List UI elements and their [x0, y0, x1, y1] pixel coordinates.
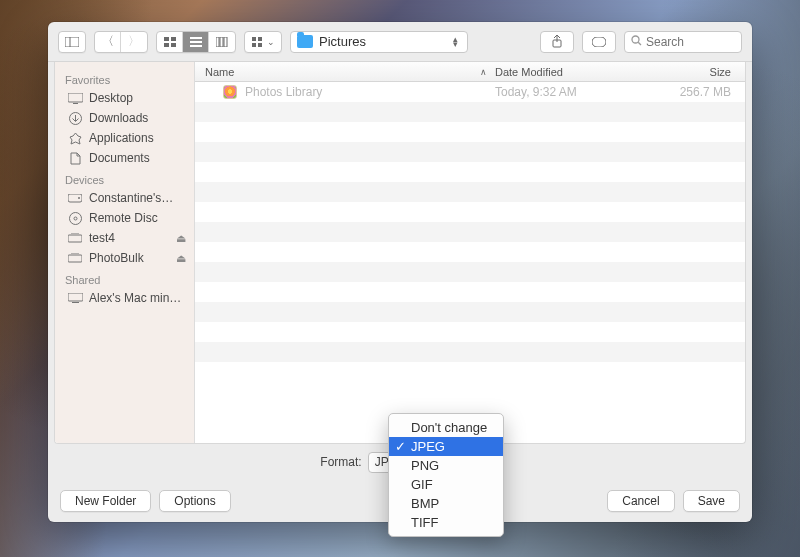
sidebar-item-alex-mac[interactable]: Alex's Mac min…	[55, 288, 194, 308]
svg-rect-0	[65, 37, 79, 47]
file-list: Name∧ Date Modified Size Photos Library …	[195, 62, 745, 443]
documents-icon	[67, 151, 83, 165]
format-label: Format:	[320, 455, 361, 469]
sidebar-header-shared: Shared	[55, 268, 194, 288]
eject-icon[interactable]: ⏏	[176, 232, 186, 245]
svg-rect-31	[68, 255, 82, 262]
view-icons-button[interactable]	[157, 32, 183, 52]
ext-drive-icon	[67, 231, 83, 245]
svg-line-20	[638, 42, 641, 45]
svg-rect-13	[258, 37, 262, 41]
rows-container: Photos Library Today, 9:32 AM 256.7 MB	[195, 82, 745, 443]
menu-item-tiff[interactable]: TIFF	[389, 513, 503, 532]
sidebar-item-documents[interactable]: Documents	[55, 148, 194, 168]
svg-rect-11	[224, 37, 227, 47]
column-size[interactable]: Size	[645, 66, 745, 78]
sidebar-item-applications[interactable]: Applications	[55, 128, 194, 148]
svg-point-26	[78, 197, 80, 199]
table-row[interactable]: Photos Library Today, 9:32 AM 256.7 MB	[195, 82, 745, 102]
content-area: Favorites Desktop Downloads Applications…	[54, 62, 746, 444]
svg-rect-9	[216, 37, 219, 47]
svg-rect-15	[258, 43, 262, 47]
svg-rect-14	[252, 43, 256, 47]
menu-item-jpeg[interactable]: ✓JPEG	[389, 437, 503, 456]
sidebar-item-desktop[interactable]: Desktop	[55, 88, 194, 108]
nav-back-button[interactable]: 〈	[95, 32, 121, 52]
svg-rect-4	[164, 43, 169, 47]
svg-point-27	[69, 212, 81, 224]
desktop-icon	[67, 91, 83, 105]
view-mode-segment[interactable]	[156, 31, 236, 53]
sidebar-item-remote-disc[interactable]: Remote Disc	[55, 208, 194, 228]
network-icon	[67, 291, 83, 305]
save-button[interactable]: Save	[683, 490, 740, 512]
drive-icon	[67, 191, 83, 205]
svg-point-28	[74, 217, 77, 220]
disc-icon	[67, 211, 83, 225]
svg-rect-18	[592, 37, 606, 47]
toolbar: 〈 〉 ⌄ Pictures ▴▾	[48, 22, 752, 62]
menu-item-gif[interactable]: GIF	[389, 475, 503, 494]
tags-button[interactable]	[582, 31, 616, 53]
svg-rect-33	[68, 293, 83, 301]
column-headers[interactable]: Name∧ Date Modified Size	[195, 62, 745, 82]
sidebar-item-downloads[interactable]: Downloads	[55, 108, 194, 128]
sidebar: Favorites Desktop Downloads Applications…	[55, 62, 195, 443]
sidebar-item-test4[interactable]: test4⏏	[55, 228, 194, 248]
svg-rect-3	[171, 37, 176, 41]
folder-icon	[297, 35, 313, 48]
new-folder-button[interactable]: New Folder	[60, 490, 151, 512]
format-menu[interactable]: Don't change ✓JPEG PNG GIF BMP TIFF	[388, 413, 504, 537]
nav-back-forward[interactable]: 〈 〉	[94, 31, 148, 53]
downloads-icon	[67, 111, 83, 125]
stepper-icon: ▴▾	[449, 37, 461, 47]
sidebar-header-devices: Devices	[55, 168, 194, 188]
svg-rect-10	[220, 37, 223, 47]
column-name[interactable]: Name∧	[195, 66, 495, 78]
svg-rect-21	[68, 93, 83, 102]
cancel-button[interactable]: Cancel	[607, 490, 674, 512]
share-button[interactable]	[540, 31, 574, 53]
menu-item-png[interactable]: PNG	[389, 456, 503, 475]
options-button[interactable]: Options	[159, 490, 230, 512]
sort-indicator-icon: ∧	[480, 67, 487, 77]
location-label: Pictures	[319, 34, 366, 49]
menu-item-bmp[interactable]: BMP	[389, 494, 503, 513]
svg-rect-12	[252, 37, 256, 41]
svg-rect-5	[171, 43, 176, 47]
nav-forward-button[interactable]: 〉	[121, 32, 147, 52]
column-modified[interactable]: Date Modified	[495, 66, 645, 78]
group-by-menu[interactable]: ⌄	[244, 31, 282, 53]
sidebar-item-constantine[interactable]: Constantine's…	[55, 188, 194, 208]
eject-icon[interactable]: ⏏	[176, 252, 186, 265]
search-field[interactable]	[624, 31, 742, 53]
applications-icon	[67, 131, 83, 145]
check-icon: ✓	[395, 439, 406, 454]
view-columns-button[interactable]	[209, 32, 235, 52]
photos-library-icon	[223, 85, 237, 99]
svg-rect-2	[164, 37, 169, 41]
save-sheet: 〈 〉 ⌄ Pictures ▴▾	[48, 22, 752, 522]
search-icon	[631, 34, 642, 49]
svg-point-19	[632, 36, 639, 43]
sidebar-item-photobulk[interactable]: PhotoBulk⏏	[55, 248, 194, 268]
menu-item-dontchange[interactable]: Don't change	[389, 418, 503, 437]
view-list-button[interactable]	[183, 32, 209, 52]
sidebar-toggle[interactable]	[58, 31, 86, 53]
svg-rect-29	[68, 235, 82, 242]
sidebar-header-favorites: Favorites	[55, 68, 194, 88]
location-popup[interactable]: Pictures ▴▾	[290, 31, 468, 53]
search-input[interactable]	[646, 35, 735, 49]
ext-drive-icon	[67, 251, 83, 265]
